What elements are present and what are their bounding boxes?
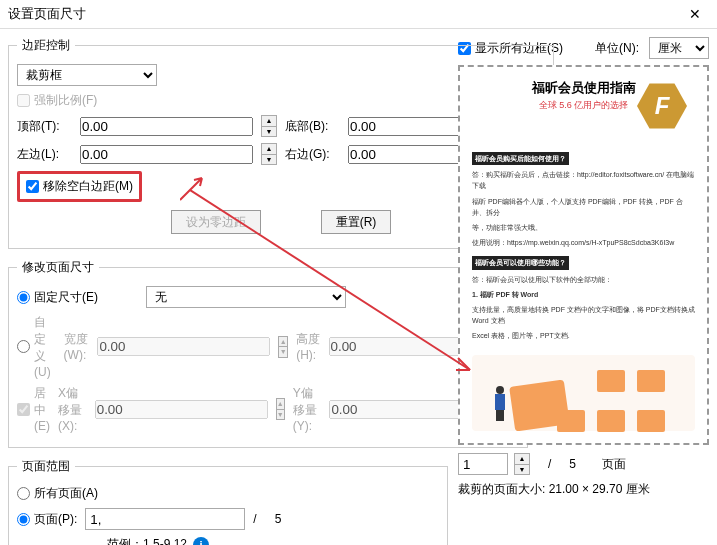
top-label: 顶部(T): — [17, 118, 72, 135]
remove-white-checkbox[interactable]: 移除空白边距(M) — [26, 178, 133, 195]
width-input — [97, 337, 270, 356]
preview-page-input[interactable] — [458, 453, 508, 475]
height-label: 高度(H): — [296, 331, 320, 362]
fixed-size-radio[interactable]: 固定尺寸(E) — [17, 289, 98, 306]
preview-total: 5 — [569, 457, 576, 471]
zero-margin-button: 设为零边距 — [171, 210, 261, 234]
xoff-label: X偏移量(X): — [58, 385, 87, 433]
top-input[interactable] — [80, 117, 253, 136]
box-type-select[interactable]: 裁剪框 — [17, 64, 157, 86]
range-legend: 页面范围 — [17, 458, 75, 475]
remove-white-highlight: 移除空白边距(M) — [17, 171, 142, 202]
reset-button[interactable]: 重置(R) — [321, 210, 392, 234]
doc-subtitle: 全球 5.6 亿用户的选择 — [539, 99, 629, 112]
right-label: 右边(G): — [285, 146, 340, 163]
force-ratio-checkbox: 强制比例(F) — [17, 92, 97, 109]
fixed-size-select[interactable]: 无 — [146, 286, 346, 308]
left-spinner[interactable]: ▲▼ — [261, 143, 277, 165]
pages-radio[interactable]: 页面(P): — [17, 511, 77, 528]
custom-size-radio[interactable]: 自定义(U) — [17, 314, 56, 379]
page-preview: F 福昕会员使用指南 全球 5.6 亿用户的选择 福昕会员购买后能如何使用？ 答… — [458, 65, 709, 445]
center-checkbox: 居中(E) — [17, 385, 50, 433]
preview-page-label: 页面 — [602, 456, 626, 473]
xoff-input — [95, 400, 268, 419]
crop-size-label: 裁剪的页面大小: 21.00 × 29.70 厘米 — [458, 481, 709, 498]
doc-title: 福昕会员使用指南 — [532, 79, 636, 97]
page-total: 5 — [275, 512, 282, 526]
width-spinner: ▲▼ — [278, 336, 288, 358]
all-pages-radio[interactable]: 所有页面(A) — [17, 485, 98, 502]
left-label: 左边(L): — [17, 146, 72, 163]
example-label: 范例：1,5-9,12 — [107, 536, 187, 545]
page-range-group: 页面范围 所有页面(A) 页面(P): / 5 范例：1,5-9,12 i 裁剪… — [8, 458, 448, 545]
left-input[interactable] — [80, 145, 253, 164]
doc-body: 福昕会员购买后能如何使用？ 答：购买福昕会员后，点击链接：http://edit… — [472, 152, 695, 345]
top-spinner[interactable]: ▲▼ — [261, 115, 277, 137]
size-legend: 修改页面尺寸 — [17, 259, 99, 276]
window-title: 设置页面尺寸 — [8, 5, 86, 23]
preview-page-spinner[interactable]: ▲▼ — [514, 453, 530, 475]
unit-label: 单位(N): — [595, 40, 639, 57]
width-label: 宽度(W): — [64, 331, 90, 362]
unit-select[interactable]: 厘米 — [649, 37, 709, 59]
preview-sep: / — [548, 457, 551, 471]
info-icon[interactable]: i — [193, 537, 209, 546]
doc-illustration — [472, 355, 695, 431]
bottom-label: 底部(B): — [285, 118, 340, 135]
close-icon[interactable]: ✕ — [681, 4, 709, 24]
page-sep: / — [253, 512, 256, 526]
logo-icon: F — [637, 81, 687, 131]
pages-input[interactable] — [85, 508, 245, 530]
page-size-group: 修改页面尺寸 固定尺寸(E) 无 自定义(U) 宽度(W): ▲▼ 高度(H):… — [8, 259, 528, 448]
margin-legend: 边距控制 — [17, 37, 75, 54]
xoff-spinner: ▲▼ — [276, 398, 285, 420]
yoff-label: Y偏移量(Y): — [293, 385, 322, 433]
